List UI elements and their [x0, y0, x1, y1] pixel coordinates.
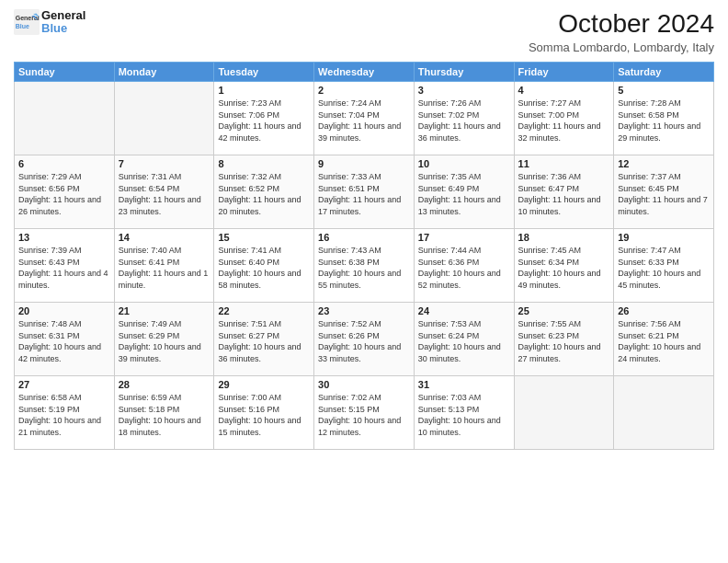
day-info: Sunrise: 7:53 AM Sunset: 6:24 PM Dayligh… — [418, 318, 510, 364]
day-info: Sunrise: 7:56 AM Sunset: 6:21 PM Dayligh… — [618, 318, 710, 364]
header: General Blue General Blue October 2024 S… — [14, 9, 714, 54]
day-info: Sunrise: 7:55 AM Sunset: 6:23 PM Dayligh… — [518, 318, 610, 364]
calendar-week-row: 20Sunrise: 7:48 AM Sunset: 6:31 PM Dayli… — [15, 303, 714, 376]
day-info: Sunrise: 7:43 AM Sunset: 6:38 PM Dayligh… — [318, 245, 410, 291]
calendar-cell: 4Sunrise: 7:27 AM Sunset: 7:00 PM Daylig… — [514, 82, 614, 155]
month-title: October 2024 — [529, 9, 714, 39]
calendar-cell — [15, 82, 115, 155]
calendar-cell: 29Sunrise: 7:00 AM Sunset: 5:16 PM Dayli… — [214, 376, 314, 450]
calendar-cell: 26Sunrise: 7:56 AM Sunset: 6:21 PM Dayli… — [614, 303, 714, 376]
day-number: 17 — [418, 232, 510, 243]
calendar-cell: 15Sunrise: 7:41 AM Sunset: 6:40 PM Dayli… — [214, 229, 314, 303]
calendar-week-row: 1Sunrise: 7:23 AM Sunset: 7:06 PM Daylig… — [15, 82, 714, 155]
day-info: Sunrise: 7:26 AM Sunset: 7:02 PM Dayligh… — [418, 98, 510, 144]
day-number: 19 — [618, 232, 710, 243]
weekday-header-wednesday: Wednesday — [314, 63, 415, 82]
calendar-cell: 7Sunrise: 7:31 AM Sunset: 6:54 PM Daylig… — [114, 155, 214, 229]
calendar-week-row: 13Sunrise: 7:39 AM Sunset: 6:43 PM Dayli… — [15, 229, 714, 303]
day-info: Sunrise: 7:27 AM Sunset: 7:00 PM Dayligh… — [518, 98, 610, 144]
day-info: Sunrise: 7:41 AM Sunset: 6:40 PM Dayligh… — [218, 245, 310, 291]
calendar-table: SundayMondayTuesdayWednesdayThursdayFrid… — [14, 62, 714, 450]
calendar-cell: 1Sunrise: 7:23 AM Sunset: 7:06 PM Daylig… — [214, 82, 314, 155]
day-info: Sunrise: 7:33 AM Sunset: 6:51 PM Dayligh… — [318, 171, 410, 217]
day-number: 22 — [218, 305, 310, 316]
day-info: Sunrise: 7:23 AM Sunset: 7:06 PM Dayligh… — [218, 98, 310, 144]
day-number: 10 — [418, 158, 510, 169]
day-number: 24 — [418, 305, 510, 316]
title-area: October 2024 Somma Lombardo, Lombardy, I… — [529, 9, 714, 54]
day-number: 5 — [618, 85, 710, 96]
weekday-header-row: SundayMondayTuesdayWednesdayThursdayFrid… — [15, 63, 714, 82]
calendar-cell: 16Sunrise: 7:43 AM Sunset: 6:38 PM Dayli… — [314, 229, 415, 303]
calendar-cell: 2Sunrise: 7:24 AM Sunset: 7:04 PM Daylig… — [314, 82, 415, 155]
day-info: Sunrise: 7:28 AM Sunset: 6:58 PM Dayligh… — [618, 98, 710, 144]
day-info: Sunrise: 7:00 AM Sunset: 5:16 PM Dayligh… — [218, 392, 310, 438]
calendar-cell: 8Sunrise: 7:32 AM Sunset: 6:52 PM Daylig… — [214, 155, 314, 229]
calendar-cell: 31Sunrise: 7:03 AM Sunset: 5:13 PM Dayli… — [414, 376, 514, 450]
calendar-cell — [514, 376, 614, 450]
day-info: Sunrise: 7:49 AM Sunset: 6:29 PM Dayligh… — [119, 318, 210, 364]
day-number: 13 — [18, 232, 110, 243]
calendar-cell: 10Sunrise: 7:35 AM Sunset: 6:49 PM Dayli… — [414, 155, 514, 229]
day-number: 29 — [218, 379, 310, 390]
day-number: 28 — [119, 379, 210, 390]
location-title: Somma Lombardo, Lombardy, Italy — [529, 40, 714, 54]
calendar-cell: 14Sunrise: 7:40 AM Sunset: 6:41 PM Dayli… — [114, 229, 214, 303]
day-number: 21 — [119, 305, 210, 316]
day-number: 31 — [418, 379, 510, 390]
calendar-cell: 3Sunrise: 7:26 AM Sunset: 7:02 PM Daylig… — [414, 82, 514, 155]
day-number: 1 — [218, 85, 310, 96]
calendar-cell: 22Sunrise: 7:51 AM Sunset: 6:27 PM Dayli… — [214, 303, 314, 376]
calendar-cell: 19Sunrise: 7:47 AM Sunset: 6:33 PM Dayli… — [614, 229, 714, 303]
day-info: Sunrise: 7:29 AM Sunset: 6:56 PM Dayligh… — [18, 171, 110, 217]
day-number: 12 — [618, 158, 710, 169]
day-info: Sunrise: 7:36 AM Sunset: 6:47 PM Dayligh… — [518, 171, 610, 217]
calendar-cell: 28Sunrise: 6:59 AM Sunset: 5:18 PM Dayli… — [114, 376, 214, 450]
day-info: Sunrise: 6:58 AM Sunset: 5:19 PM Dayligh… — [18, 392, 110, 438]
day-number: 20 — [18, 305, 110, 316]
calendar-cell: 12Sunrise: 7:37 AM Sunset: 6:45 PM Dayli… — [614, 155, 714, 229]
day-number: 9 — [318, 158, 410, 169]
day-number: 30 — [318, 379, 410, 390]
day-info: Sunrise: 7:37 AM Sunset: 6:45 PM Dayligh… — [618, 171, 710, 217]
day-number: 25 — [518, 305, 610, 316]
day-info: Sunrise: 7:40 AM Sunset: 6:41 PM Dayligh… — [119, 245, 210, 291]
logo: General Blue General Blue — [14, 9, 85, 36]
logo-general: General — [41, 9, 85, 22]
day-number: 14 — [119, 232, 210, 243]
calendar-week-row: 6Sunrise: 7:29 AM Sunset: 6:56 PM Daylig… — [15, 155, 714, 229]
day-number: 7 — [119, 158, 210, 169]
calendar-cell: 20Sunrise: 7:48 AM Sunset: 6:31 PM Dayli… — [15, 303, 115, 376]
calendar-cell: 6Sunrise: 7:29 AM Sunset: 6:56 PM Daylig… — [15, 155, 115, 229]
weekday-header-monday: Monday — [114, 63, 214, 82]
weekday-header-sunday: Sunday — [15, 63, 115, 82]
svg-rect-0 — [14, 9, 40, 35]
calendar-cell — [614, 376, 714, 450]
day-info: Sunrise: 7:51 AM Sunset: 6:27 PM Dayligh… — [218, 318, 310, 364]
day-number: 6 — [18, 158, 110, 169]
calendar-cell: 17Sunrise: 7:44 AM Sunset: 6:36 PM Dayli… — [414, 229, 514, 303]
day-info: Sunrise: 7:48 AM Sunset: 6:31 PM Dayligh… — [18, 318, 110, 364]
day-info: Sunrise: 7:03 AM Sunset: 5:13 PM Dayligh… — [418, 392, 510, 438]
svg-text:Blue: Blue — [16, 23, 29, 29]
calendar-page: General Blue General Blue October 2024 S… — [0, 0, 728, 563]
logo-icon: General Blue — [14, 9, 40, 35]
weekday-header-saturday: Saturday — [614, 63, 714, 82]
calendar-cell: 30Sunrise: 7:02 AM Sunset: 5:15 PM Dayli… — [314, 376, 415, 450]
calendar-cell: 24Sunrise: 7:53 AM Sunset: 6:24 PM Dayli… — [414, 303, 514, 376]
calendar-cell — [114, 82, 214, 155]
day-info: Sunrise: 7:45 AM Sunset: 6:34 PM Dayligh… — [518, 245, 610, 291]
calendar-cell: 11Sunrise: 7:36 AM Sunset: 6:47 PM Dayli… — [514, 155, 614, 229]
day-number: 8 — [218, 158, 310, 169]
day-info: Sunrise: 7:52 AM Sunset: 6:26 PM Dayligh… — [318, 318, 410, 364]
day-number: 11 — [518, 158, 610, 169]
calendar-cell: 5Sunrise: 7:28 AM Sunset: 6:58 PM Daylig… — [614, 82, 714, 155]
calendar-cell: 9Sunrise: 7:33 AM Sunset: 6:51 PM Daylig… — [314, 155, 415, 229]
day-number: 4 — [518, 85, 610, 96]
day-info: Sunrise: 7:02 AM Sunset: 5:15 PM Dayligh… — [318, 392, 410, 438]
weekday-header-tuesday: Tuesday — [214, 63, 314, 82]
calendar-cell: 18Sunrise: 7:45 AM Sunset: 6:34 PM Dayli… — [514, 229, 614, 303]
day-number: 16 — [318, 232, 410, 243]
weekday-header-friday: Friday — [514, 63, 614, 82]
calendar-cell: 23Sunrise: 7:52 AM Sunset: 6:26 PM Dayli… — [314, 303, 415, 376]
